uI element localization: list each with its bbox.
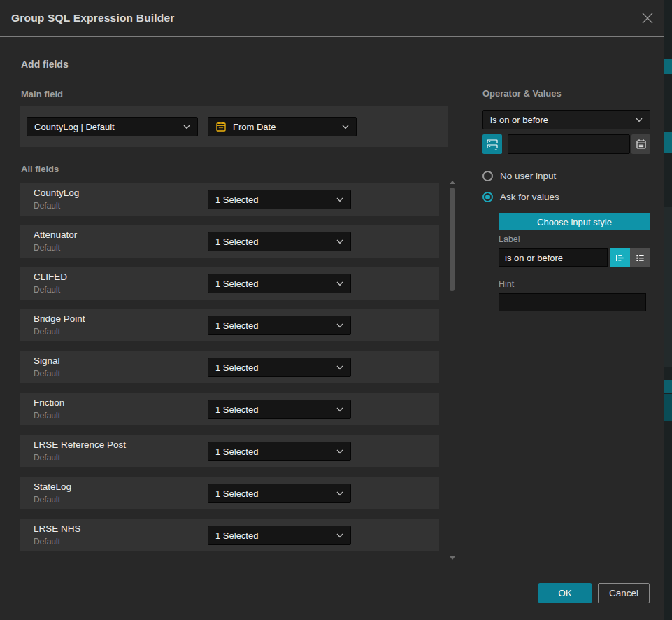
field-values-select[interactable]: 1 Selected bbox=[208, 274, 351, 293]
select-value: 1 Selected bbox=[215, 488, 331, 499]
chevron-down-icon bbox=[336, 491, 343, 496]
field-values-select[interactable]: 1 Selected bbox=[208, 232, 351, 251]
select-value: 1 Selected bbox=[215, 237, 331, 247]
radio-label: Ask for values bbox=[500, 192, 559, 202]
value-input[interactable] bbox=[508, 134, 630, 154]
field-row: LRSE NHS Default 1 Selected bbox=[20, 519, 439, 551]
field-row: CLIFED Default 1 Selected bbox=[20, 267, 439, 300]
dialog-title: Group SQL Expression Builder bbox=[11, 0, 175, 36]
field-values-select[interactable]: 1 Selected bbox=[208, 358, 351, 377]
hint-input[interactable] bbox=[499, 293, 646, 311]
operator-values-heading: Operator & Values bbox=[482, 88, 562, 99]
field-name: StateLog bbox=[34, 481, 71, 492]
align-left-style-button[interactable] bbox=[610, 248, 630, 267]
field-subtitle: Default bbox=[34, 201, 60, 211]
operator-select-value: is on or before bbox=[490, 115, 630, 125]
ok-button[interactable]: OK bbox=[538, 583, 592, 603]
select-value: 1 Selected bbox=[215, 530, 331, 541]
chevron-down-icon bbox=[336, 533, 343, 538]
field-values-select[interactable]: 1 Selected bbox=[208, 526, 351, 545]
dialog-titlebar: Group SQL Expression Builder bbox=[0, 0, 664, 37]
field-row: CountyLog Default 1 Selected bbox=[20, 183, 439, 216]
bullet-list-style-button[interactable] bbox=[630, 248, 650, 267]
chevron-down-icon bbox=[336, 323, 343, 328]
field-row: Signal Default 1 Selected bbox=[20, 351, 439, 383]
scrollbar-thumb[interactable] bbox=[450, 188, 455, 291]
cancel-button[interactable]: Cancel bbox=[598, 583, 650, 603]
field-subtitle: Default bbox=[34, 453, 60, 463]
chevron-down-icon bbox=[336, 365, 343, 370]
field-values-select[interactable]: 1 Selected bbox=[208, 190, 351, 209]
field-subtitle: Default bbox=[34, 411, 60, 421]
all-fields-label: All fields bbox=[21, 164, 59, 174]
radio-selected-icon bbox=[482, 192, 493, 202]
operator-select[interactable]: is on or before bbox=[482, 110, 650, 129]
field-name: Bridge Point bbox=[34, 313, 85, 324]
radio-no-user-input[interactable]: No user input bbox=[482, 171, 556, 181]
scrollbar-up-arrow-icon[interactable] bbox=[450, 181, 455, 184]
field-values-select[interactable]: 1 Selected bbox=[208, 484, 351, 503]
label-input[interactable] bbox=[499, 248, 608, 267]
field-row: StateLog Default 1 Selected bbox=[20, 477, 439, 509]
panel-divider bbox=[466, 84, 466, 561]
background-app-fragment bbox=[664, 132, 672, 153]
group-sql-expression-builder-dialog: Group SQL Expression Builder Add fields … bbox=[0, 0, 672, 620]
select-value: 1 Selected bbox=[215, 362, 331, 373]
select-value: 1 Selected bbox=[215, 446, 331, 457]
main-field-select[interactable]: From Date bbox=[208, 117, 357, 136]
field-row: Attenuator Default 1 Selected bbox=[20, 225, 439, 258]
field-name: Friction bbox=[34, 397, 64, 408]
stacked-values-icon bbox=[486, 138, 499, 150]
field-values-select[interactable]: 1 Selected bbox=[208, 442, 351, 461]
calendar-icon bbox=[636, 139, 647, 150]
hint-caption: Hint bbox=[499, 279, 514, 289]
fields-list: CountyLog Default 1 Selected Attenuator … bbox=[20, 183, 439, 551]
background-app-fragment bbox=[664, 380, 672, 393]
field-values-select[interactable]: 1 Selected bbox=[208, 316, 351, 335]
main-field-label: Main field bbox=[21, 89, 63, 99]
background-app-fragment bbox=[664, 59, 672, 74]
bullet-list-icon bbox=[635, 253, 645, 263]
field-subtitle: Default bbox=[34, 369, 60, 379]
radio-icon bbox=[482, 171, 493, 181]
align-left-icon bbox=[615, 253, 625, 263]
field-name: CountyLog bbox=[34, 188, 79, 198]
field-subtitle: Default bbox=[34, 495, 60, 505]
radio-ask-for-values[interactable]: Ask for values bbox=[482, 192, 559, 202]
field-subtitle: Default bbox=[34, 537, 60, 547]
chevron-down-icon bbox=[336, 407, 343, 412]
label-style-toggle bbox=[610, 248, 650, 267]
dialog-surface: Group SQL Expression Builder Add fields … bbox=[0, 0, 664, 620]
choose-input-style-button[interactable]: Choose input style bbox=[499, 213, 650, 230]
chevron-down-icon bbox=[636, 118, 643, 122]
chevron-down-icon bbox=[342, 125, 349, 129]
layer-select[interactable]: CountyLog | Default bbox=[27, 117, 198, 136]
field-subtitle: Default bbox=[34, 327, 60, 337]
field-row: Bridge Point Default 1 Selected bbox=[20, 309, 439, 341]
chevron-down-icon bbox=[336, 239, 343, 244]
select-value: 1 Selected bbox=[215, 279, 331, 289]
date-picker-button[interactable] bbox=[631, 134, 650, 154]
background-app-strip bbox=[664, 0, 672, 620]
field-row: LRSE Reference Post Default 1 Selected bbox=[20, 435, 439, 467]
field-name: CLIFED bbox=[34, 272, 67, 282]
field-values-select[interactable]: 1 Selected bbox=[208, 400, 351, 419]
field-subtitle: Default bbox=[34, 285, 60, 295]
field-name: LRSE Reference Post bbox=[34, 439, 126, 450]
select-value: 1 Selected bbox=[215, 404, 331, 415]
label-caption: Label bbox=[499, 234, 520, 244]
field-row: Friction Default 1 Selected bbox=[20, 393, 439, 425]
close-icon[interactable] bbox=[640, 10, 655, 26]
value-type-button[interactable] bbox=[482, 134, 502, 154]
calendar-icon bbox=[215, 121, 227, 132]
chevron-down-icon bbox=[336, 281, 343, 286]
chevron-down-icon bbox=[183, 125, 190, 129]
field-subtitle: Default bbox=[34, 243, 60, 253]
background-app-fragment bbox=[664, 207, 672, 367]
chevron-down-icon bbox=[336, 197, 343, 202]
chevron-down-icon bbox=[336, 449, 343, 454]
radio-label: No user input bbox=[500, 171, 556, 181]
background-app-fragment bbox=[664, 394, 672, 421]
select-value: 1 Selected bbox=[215, 195, 331, 205]
scrollbar-down-arrow-icon[interactable] bbox=[450, 556, 455, 560]
